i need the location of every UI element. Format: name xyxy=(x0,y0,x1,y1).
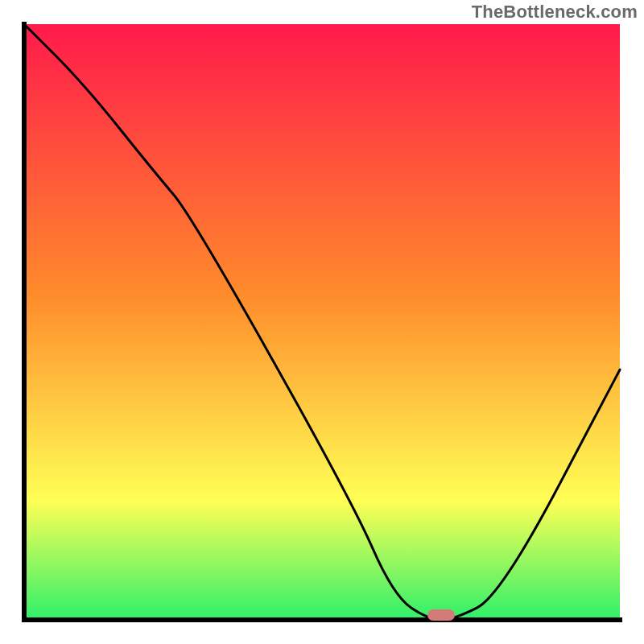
plot-background xyxy=(24,24,620,620)
plot-area xyxy=(24,24,620,621)
watermark-text: TheBottleneck.com xyxy=(472,2,638,23)
chart-svg xyxy=(0,0,644,644)
chart-frame: TheBottleneck.com xyxy=(0,0,644,644)
highlight-marker xyxy=(427,609,455,621)
